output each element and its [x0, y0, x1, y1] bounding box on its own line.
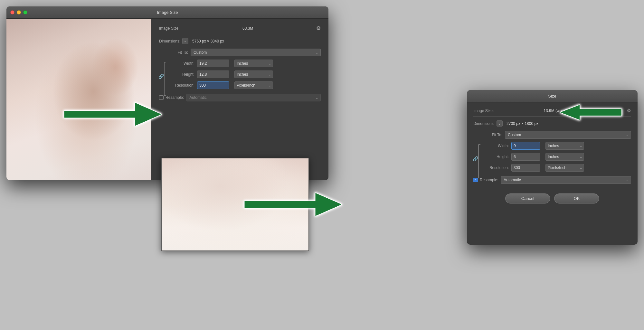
height-unit-wrapper-1: Inches: [232, 71, 273, 78]
resample-label-2: Resample:: [480, 178, 498, 182]
arrow-left-svg: [560, 104, 625, 120]
buttons-row-2: Cancel OK: [473, 190, 631, 203]
close-button[interactable]: [10, 10, 14, 14]
height-unit-wrapper-2: Inches: [543, 153, 584, 161]
resample-select-2[interactable]: Automatic: [501, 176, 631, 184]
resample-select-wrapper-2: Automatic: [501, 176, 631, 184]
resolution-input-1[interactable]: [197, 81, 229, 89]
resolution-input-2[interactable]: [511, 164, 540, 172]
image-size-dialog-2: Size Image Size: 13.9M (was 63.3M) ⚙ Dim…: [467, 90, 638, 245]
width-label-1: Width:: [166, 61, 194, 66]
gear-icon-2[interactable]: ⚙: [627, 108, 631, 114]
title-bar-2: Size: [467, 90, 638, 102]
resolution-row-2: Resolution: Pixels/Inch: [480, 164, 631, 172]
chain-icon-1: 🔗: [158, 74, 164, 79]
fit-to-select-wrapper-2: Custom: [505, 131, 631, 139]
resolution-unit-select-1[interactable]: Pixels/Inch: [234, 81, 273, 89]
dialog-title-2: Size: [548, 94, 556, 99]
dimension-fields-2: 🔗 Width: Inches Height: Inches: [473, 142, 631, 175]
height-label-1: Height:: [166, 72, 194, 77]
window-controls: [10, 10, 27, 14]
fit-to-select-wrapper-1: Custom: [191, 49, 321, 56]
settings-panel-2: Image Size: 13.9M (was 63.3M) ⚙ Dimensio…: [467, 102, 638, 209]
resample-row-2: Resample: Automatic: [473, 176, 631, 184]
width-input-1[interactable]: [197, 60, 229, 67]
image-size-label-1: Image Size:: [159, 26, 179, 31]
title-bar-1: Image Size: [6, 6, 328, 19]
dimensions-row-1: Dimensions: ⌄ 5760 px × 3840 px: [159, 38, 321, 44]
resample-label-1: Resample:: [166, 95, 184, 100]
resample-row-1: Resample: Automatic: [159, 94, 321, 101]
height-input-1[interactable]: [197, 71, 229, 78]
width-unit-select-1[interactable]: Inches: [234, 60, 273, 67]
height-label-2: Height:: [480, 155, 509, 159]
preview-image-1: [6, 19, 151, 180]
height-row-1: Height: Inches: [166, 71, 321, 78]
height-row-2: Height: Inches: [480, 153, 631, 161]
fit-to-select-2[interactable]: Custom: [505, 131, 631, 139]
dimensions-value-1: 5760 px × 3840 px: [192, 39, 224, 43]
cancel-button-2[interactable]: Cancel: [505, 193, 550, 203]
resample-select-wrapper-1: Automatic: [186, 94, 321, 101]
dialog-body-1: Image Size: 63.3M ⚙ Dimensions: ⌄ 5760 p…: [6, 19, 328, 180]
resolution-label-1: Resolution:: [166, 83, 194, 88]
dimensions-unit-dropdown-2[interactable]: ⌄: [497, 120, 503, 127]
width-row-1: Width: Inches: [166, 60, 321, 67]
dimension-fields-1: 🔗 Width: Inches Height:: [159, 60, 321, 92]
resolution-row-1: Resolution: Pixels/Inch: [166, 81, 321, 89]
dimensions-unit-dropdown-1[interactable]: ⌄: [182, 38, 188, 44]
height-unit-select-2[interactable]: Inches: [545, 153, 584, 161]
resolution-unit-select-2[interactable]: Pixels/Inch: [545, 164, 584, 172]
dimensions-value-2: 2700 px × 1800 px: [507, 121, 538, 126]
dialog-title-1: Image Size: [157, 10, 178, 15]
height-input-2[interactable]: [511, 153, 540, 161]
resolution-unit-wrapper-1: Pixels/Inch: [232, 81, 273, 89]
resample-select-1[interactable]: Automatic: [186, 94, 321, 101]
width-label-2: Width:: [480, 144, 509, 148]
image-size-value-1: 63.3M: [242, 26, 253, 31]
minimize-button[interactable]: [17, 10, 21, 14]
gear-icon-1[interactable]: ⚙: [316, 25, 321, 31]
image-size-dialog-1: Image Size Image Size: 63.3M ⚙ Dimension…: [6, 6, 328, 180]
width-unit-wrapper-2: Inches: [543, 142, 584, 150]
ok-button-2[interactable]: OK: [554, 193, 599, 203]
settings-panel-1: Image Size: 63.3M ⚙ Dimensions: ⌄ 5760 p…: [151, 19, 328, 180]
arrow-pointing-left-container: [560, 104, 625, 122]
fit-to-label-2: Fit To:: [473, 133, 502, 137]
resample-checkbox-2[interactable]: [473, 178, 478, 182]
width-row-2: Width: Inches: [480, 142, 631, 150]
dimensions-label-2: Dimensions:: [473, 121, 495, 126]
height-unit-select-1[interactable]: Inches: [234, 71, 273, 78]
preview-panel-2: [161, 158, 309, 251]
preview-panel-1: [6, 19, 151, 180]
svg-marker-8: [560, 105, 621, 120]
resolution-unit-wrapper-2: Pixels/Inch: [543, 164, 584, 172]
fit-to-select-1[interactable]: Custom: [191, 49, 321, 56]
chain-icon-2: 🔗: [473, 156, 478, 161]
separator-1: [159, 34, 321, 34]
fit-to-row-1: Fit To: Custom: [159, 49, 321, 56]
width-input-2[interactable]: [511, 142, 540, 150]
image-size-row-1: Image Size: 63.3M ⚙: [159, 25, 321, 31]
resolution-label-2: Resolution:: [480, 165, 509, 170]
width-unit-wrapper-1: Inches: [232, 60, 273, 67]
fit-to-row-2: Fit To: Custom: [473, 131, 631, 139]
preview-image-2: [162, 158, 308, 250]
fit-to-label-1: Fit To:: [159, 50, 188, 55]
maximize-button[interactable]: [23, 10, 27, 14]
image-size-label-2: Image Size:: [473, 108, 494, 113]
width-unit-select-2[interactable]: Inches: [545, 142, 584, 150]
dimensions-label-1: Dimensions:: [159, 39, 180, 43]
